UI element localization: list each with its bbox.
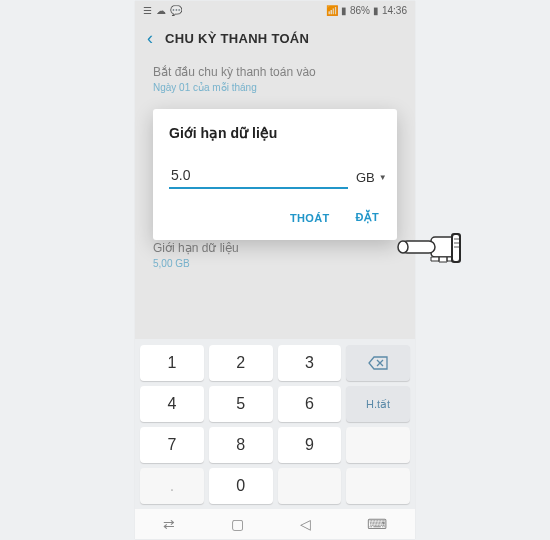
setting-row-data-limit[interactable]: Giới hạn dữ liệu 5,00 GB bbox=[153, 241, 397, 269]
back-icon[interactable]: ‹ bbox=[147, 28, 153, 49]
notif-icon: ☰ bbox=[143, 5, 152, 16]
dialog-title: Giới hạn dữ liệu bbox=[169, 125, 381, 141]
dialog-input-row: GB ▼ bbox=[169, 163, 381, 189]
key-8[interactable]: 8 bbox=[209, 427, 273, 463]
data-limit-dialog: Giới hạn dữ liệu GB ▼ THOÁT ĐẶT bbox=[153, 109, 397, 240]
bubble-icon: 💬 bbox=[170, 5, 182, 16]
key-0[interactable]: 0 bbox=[209, 468, 273, 504]
recents-button[interactable]: ⇄ bbox=[163, 516, 175, 532]
status-bar: ☰ ☁ 💬 📶 ▮ 86% ▮ 14:36 bbox=[135, 1, 415, 19]
setting-row-billing-cycle[interactable]: Bắt đầu chu kỳ thanh toán vào Ngày 01 củ… bbox=[153, 65, 397, 93]
key-2[interactable]: 2 bbox=[209, 345, 273, 381]
chat-icon: ☁ bbox=[156, 5, 166, 16]
row-sub: 5,00 GB bbox=[153, 258, 397, 269]
row-sub: Ngày 01 của mỗi tháng bbox=[153, 82, 397, 93]
confirm-button[interactable]: ĐẶT bbox=[353, 205, 381, 230]
keyboard-toggle-button[interactable]: ⌨ bbox=[367, 516, 387, 532]
key-blank-1 bbox=[346, 427, 410, 463]
wifi-icon: 📶 bbox=[326, 5, 338, 16]
key-done[interactable]: H.tất bbox=[346, 386, 410, 422]
key-6[interactable]: 6 bbox=[278, 386, 342, 422]
battery-icon: ▮ bbox=[373, 5, 379, 16]
clock-text: 14:36 bbox=[382, 5, 407, 16]
app-header: ‹ CHU KỲ THANH TOÁN bbox=[135, 19, 415, 57]
row-title: Bắt đầu chu kỳ thanh toán vào bbox=[153, 65, 397, 79]
unit-label: GB bbox=[356, 170, 375, 185]
key-9[interactable]: 9 bbox=[278, 427, 342, 463]
chevron-down-icon: ▼ bbox=[379, 173, 387, 182]
key-backspace[interactable] bbox=[346, 345, 410, 381]
signal-icon: ▮ bbox=[341, 5, 347, 16]
key-dot[interactable]: . bbox=[140, 468, 204, 504]
limit-input[interactable] bbox=[169, 163, 348, 189]
battery-text: 86% bbox=[350, 5, 370, 16]
backspace-icon bbox=[368, 356, 388, 370]
numeric-keyboard: 1 2 3 4 5 6 H.tất 7 8 9 . 0 bbox=[135, 339, 415, 509]
android-nav-bar: ⇄ ▢ ◁ ⌨ bbox=[135, 509, 415, 539]
phone-screen: ☰ ☁ 💬 📶 ▮ 86% ▮ 14:36 ‹ CHU KỲ THANH TOÁ… bbox=[135, 1, 415, 539]
unit-dropdown[interactable]: GB ▼ bbox=[356, 170, 387, 189]
page-title: CHU KỲ THANH TOÁN bbox=[165, 31, 309, 46]
key-7[interactable]: 7 bbox=[140, 427, 204, 463]
key-3[interactable]: 3 bbox=[278, 345, 342, 381]
pointing-hand-icon bbox=[391, 219, 461, 273]
key-1[interactable]: 1 bbox=[140, 345, 204, 381]
back-button[interactable]: ◁ bbox=[300, 516, 311, 532]
key-5[interactable]: 5 bbox=[209, 386, 273, 422]
svg-point-2 bbox=[398, 241, 408, 253]
dialog-actions: THOÁT ĐẶT bbox=[169, 205, 381, 230]
home-button[interactable]: ▢ bbox=[231, 516, 244, 532]
cancel-button[interactable]: THOÁT bbox=[288, 205, 331, 230]
key-4[interactable]: 4 bbox=[140, 386, 204, 422]
status-right: 📶 ▮ 86% ▮ 14:36 bbox=[326, 5, 407, 16]
key-blank-2 bbox=[278, 468, 342, 504]
key-blank-3 bbox=[346, 468, 410, 504]
status-left-icons: ☰ ☁ 💬 bbox=[143, 5, 182, 16]
row-title: Giới hạn dữ liệu bbox=[153, 241, 397, 255]
